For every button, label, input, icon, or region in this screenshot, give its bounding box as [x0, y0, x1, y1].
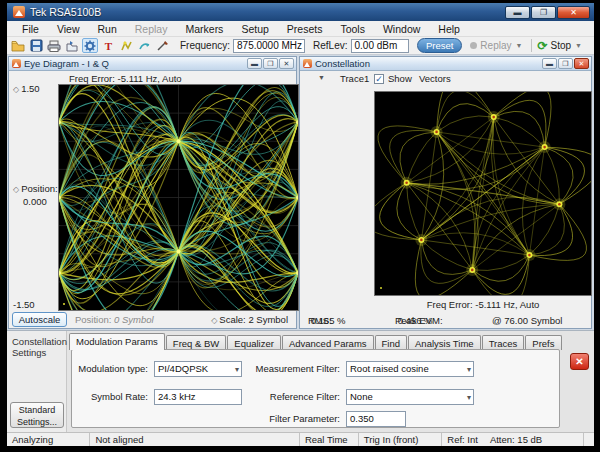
recall-icon[interactable] — [64, 38, 80, 53]
reference-filter-label: Reference Filter: — [270, 391, 340, 402]
filter-parameter-input[interactable]: 0.350 — [346, 411, 406, 427]
tab-freq-bw[interactable]: Freq & BW — [166, 335, 226, 350]
eye-ymax-label[interactable]: ◇1.50 — [13, 83, 40, 94]
toolbar-right-group: Preset Replay ▼ ⟳Stop ▼ — [417, 38, 594, 53]
constellation-panel-header[interactable]: Constellation ▬ ❐ ✕ — [300, 57, 591, 71]
save-icon[interactable] — [28, 38, 44, 53]
constellation-minimize-button[interactable]: ▬ — [542, 58, 557, 69]
settings-gear-icon[interactable] — [82, 38, 98, 53]
eye-bottom-position: Position: 0 Symbol — [75, 314, 154, 325]
menu-item-setup[interactable]: Setup — [232, 22, 277, 36]
modulation-type-select[interactable]: PI/4DQPSK — [154, 361, 242, 377]
frequency-label: Frequency: — [180, 40, 230, 51]
constellation-panel-title: Constellation — [315, 58, 541, 69]
measurement-filter-select[interactable]: Root raised cosine — [346, 361, 474, 377]
settings-tabs: Modulation Params Freq & BW Equalizer Ad… — [69, 333, 563, 350]
trace-expander-icon[interactable]: ▼ — [318, 74, 325, 81]
eye-plot-area[interactable] — [58, 84, 299, 311]
print-icon[interactable] — [46, 38, 62, 53]
menu-bar: File View Run Replay Markers Setup Prese… — [7, 21, 594, 37]
stop-button[interactable]: ⟳Stop — [537, 40, 571, 51]
vectors-label[interactable]: Vectors — [419, 73, 451, 84]
trace-row: ▼ Trace1 ✓ Show Vectors — [300, 73, 591, 88]
settings-sidebar-title: Constellation Settings — [12, 336, 64, 358]
menu-item-view[interactable]: View — [48, 22, 89, 36]
app-window: Tek RSA5100B ▬ ❐ ✕ File View Run Replay … — [7, 3, 594, 446]
settings-close-button[interactable]: ✕ — [570, 353, 589, 370]
maximize-button[interactable]: ❐ — [531, 6, 556, 19]
tab-traces[interactable]: Traces — [482, 335, 525, 350]
replay-record-icon — [470, 42, 477, 49]
eye-panel-title: Eye Diagram - I & Q — [24, 58, 246, 69]
settings-area: Constellation Settings Standard Settings… — [7, 330, 594, 432]
measurement-filter-label: Measurement Filter: — [256, 363, 340, 374]
stop-dropdown-icon[interactable]: ▼ — [575, 42, 582, 49]
constellation-panel: Constellation ▬ ❐ ✕ ▼ Trace1 ✓ Show Vect… — [299, 56, 592, 329]
tab-find[interactable]: Find — [375, 335, 407, 350]
close-button[interactable]: ✕ — [557, 6, 590, 19]
minimize-button[interactable]: ▬ — [505, 6, 530, 19]
eye-scale-control[interactable]: ◇Scale: 2 Symbol — [211, 314, 288, 325]
menu-item-file[interactable]: File — [13, 22, 48, 36]
tab-advanced-params[interactable]: Advanced Params — [282, 335, 374, 350]
eye-diagram-panel: Eye Diagram - I & Q ▬ ❐ ✕ Freq Error: -5… — [8, 56, 297, 329]
symbol-rate-label: Symbol Rate: — [91, 391, 148, 402]
constellation-restore-button[interactable]: ❐ — [558, 58, 573, 69]
adjust-diamond-icon: ◇ — [211, 316, 217, 325]
open-folder-icon[interactable] — [10, 38, 26, 53]
status-atten: Atten: 15 dB — [490, 434, 542, 445]
adjust-diamond-icon: ◇ — [13, 185, 19, 194]
tab-analysis-time[interactable]: Analysis Time — [408, 335, 481, 350]
status-ref: Ref: Int — [447, 434, 478, 445]
reference-filter-select[interactable]: None — [346, 389, 474, 405]
tab-modulation-params[interactable]: Modulation Params — [69, 333, 165, 350]
status-trigger: Trig In (front) — [359, 433, 442, 446]
constellation-plot-area[interactable] — [374, 91, 592, 296]
autoscale-button[interactable]: Autoscale — [12, 312, 67, 327]
menu-item-window[interactable]: Window — [374, 22, 429, 36]
constellation-plot — [375, 92, 591, 295]
status-alignment: Not aligned — [90, 433, 299, 446]
settings-sidebar: Constellation Settings Standard Settings… — [7, 331, 67, 433]
tab-equalizer[interactable]: Equalizer — [227, 335, 281, 350]
eye-panel-header[interactable]: Eye Diagram - I & Q ▬ ❐ ✕ — [9, 57, 296, 71]
eye-minimize-button[interactable]: ▬ — [247, 58, 262, 69]
status-spacer — [584, 433, 594, 446]
eye-restore-button[interactable]: ❐ — [263, 58, 278, 69]
show-checkbox[interactable]: ✓ — [374, 74, 384, 84]
menu-item-presets[interactable]: Presets — [278, 22, 332, 36]
modulation-params-form: Modulation type: PI/4DQPSK Measurement F… — [71, 349, 560, 428]
tab-prefs[interactable]: Prefs — [525, 335, 561, 350]
constellation-close-button[interactable]: ✕ — [574, 58, 589, 69]
marker-peak-icon[interactable] — [118, 38, 134, 53]
text-marker-icon[interactable]: T — [100, 38, 116, 53]
menu-item-replay: Replay — [126, 22, 177, 36]
toolbar: T Frequency: 875.0000 MHz RefLev: 0.00 d… — [7, 37, 594, 55]
menu-item-run[interactable]: Run — [89, 22, 126, 36]
toolbar-separator — [531, 39, 532, 52]
eye-close-button[interactable]: ✕ — [279, 58, 294, 69]
menu-item-help[interactable]: Help — [429, 22, 469, 36]
reflev-label: RefLev: — [313, 40, 347, 51]
filter-parameter-label: Filter Parameter: — [269, 413, 340, 424]
menu-item-markers[interactable]: Markers — [176, 22, 232, 36]
measure-icon[interactable] — [154, 38, 170, 53]
menu-item-tools[interactable]: Tools — [331, 22, 374, 36]
frequency-input[interactable]: 875.0000 MHz — [233, 39, 305, 53]
standard-settings-button[interactable]: Standard Settings... — [10, 402, 64, 428]
preset-button[interactable]: Preset — [417, 38, 462, 53]
trace-name[interactable]: Trace1 — [340, 73, 369, 84]
svg-text:T: T — [104, 40, 112, 52]
title-bar: Tek RSA5100B ▬ ❐ ✕ — [7, 3, 594, 21]
screen-frame: Tek RSA5100B ▬ ❐ ✕ File View Run Replay … — [0, 0, 600, 452]
reflev-input[interactable]: 0.00 dBm — [351, 39, 409, 53]
replay-dropdown-icon[interactable]: ▼ — [515, 42, 522, 49]
modulation-type-label: Modulation type: — [78, 363, 148, 374]
eye-freq-error: Freq Error: -5.111 Hz, Auto — [69, 73, 182, 84]
eye-position-control[interactable]: ◇Position:0.000 — [13, 183, 58, 208]
symbol-rate-input[interactable]: 24.3 kHz — [154, 389, 242, 405]
status-analyzing: Analyzing — [7, 433, 90, 446]
stop-run-icon: ⟳ — [537, 41, 547, 51]
trace-arrow-icon[interactable] — [136, 38, 152, 53]
rms-stat: RMS: 0.165 % — [308, 315, 311, 326]
